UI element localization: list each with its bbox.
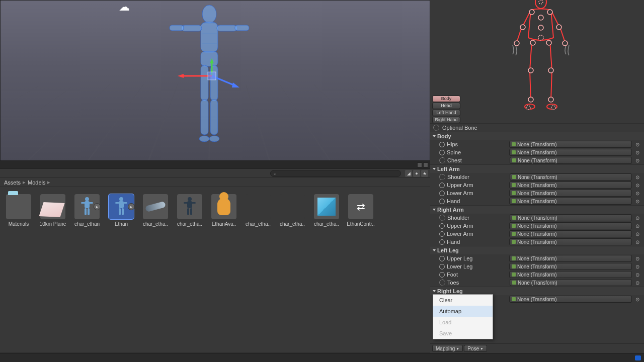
asset-label: char_etha.. bbox=[311, 221, 342, 227]
object-picker-button[interactable]: ⊙ bbox=[634, 271, 641, 278]
diagram-tab-right-hand[interactable]: Right Hand bbox=[432, 117, 460, 123]
transform-field[interactable]: None (Transform) bbox=[509, 263, 632, 270]
mapping-menu[interactable]: ClearAutomapLoadSave bbox=[433, 294, 493, 339]
transform-icon bbox=[512, 175, 516, 179]
svg-rect-21 bbox=[85, 201, 90, 208]
bone-group-header[interactable]: Left Arm bbox=[430, 164, 644, 173]
transform-field[interactable]: None (Transform) bbox=[509, 182, 632, 189]
strip-btn-b[interactable] bbox=[423, 162, 428, 167]
svg-point-48 bbox=[556, 25, 561, 30]
svg-rect-4 bbox=[170, 25, 184, 31]
svg-rect-23 bbox=[89, 202, 93, 204]
object-picker-button[interactable]: ⊙ bbox=[634, 214, 641, 221]
asset-item[interactable]: char_etha.. bbox=[246, 194, 271, 227]
asset-item[interactable]: ▸char_ethan bbox=[74, 194, 100, 227]
breadcrumb[interactable]: Assets ▸ Models ▸ bbox=[0, 178, 430, 187]
asset-item[interactable]: char_etha.. bbox=[314, 194, 339, 227]
asset-item[interactable]: Materials bbox=[6, 194, 31, 227]
crumb-folder[interactable]: Models bbox=[28, 179, 45, 186]
transform-field[interactable]: None (Transform) bbox=[509, 271, 632, 278]
transform-icon bbox=[512, 199, 516, 203]
bone-row: HipsNone (Transform)⊙ bbox=[430, 140, 644, 148]
humanoid-figure[interactable] bbox=[501, 0, 581, 118]
menu-item-clear[interactable]: Clear bbox=[433, 295, 493, 306]
mapping-dropdown[interactable]: Mapping▼ bbox=[432, 345, 463, 352]
strip-btn-a[interactable] bbox=[417, 162, 422, 167]
transform-field[interactable]: None (Transform) bbox=[509, 255, 632, 262]
asset-item[interactable]: ⇄EthanContr.. bbox=[348, 194, 373, 227]
object-picker-button[interactable]: ⊙ bbox=[634, 222, 641, 229]
asset-item[interactable]: ▸Ethan bbox=[109, 194, 134, 227]
transform-field[interactable]: None (Transform) bbox=[510, 173, 632, 180]
asset-label: Materials bbox=[4, 221, 34, 227]
transform-field[interactable]: None (Transform) bbox=[509, 190, 632, 197]
object-picker-button[interactable]: ⊙ bbox=[634, 157, 641, 164]
star-icon[interactable]: ★ bbox=[421, 170, 428, 177]
required-bone-icon bbox=[439, 142, 445, 147]
status-indicator bbox=[635, 355, 641, 360]
expand-badge[interactable]: ▸ bbox=[94, 203, 101, 210]
required-bone-icon bbox=[439, 239, 445, 245]
menu-item-automap[interactable]: Automap bbox=[433, 306, 493, 317]
menu-item-load: Load bbox=[433, 317, 493, 328]
transform-field[interactable]: None (Transform) bbox=[509, 230, 632, 237]
object-picker-button[interactable]: ⊙ bbox=[634, 296, 641, 303]
diagram-tab-head[interactable]: Head bbox=[432, 103, 460, 109]
pose-dropdown[interactable]: Pose▼ bbox=[464, 345, 487, 352]
object-picker-button[interactable]: ⊙ bbox=[634, 230, 641, 237]
svg-rect-29 bbox=[123, 202, 127, 204]
optional-bone-icon bbox=[439, 174, 445, 180]
project-toolbar: ⌕ ◢ ● ★ bbox=[0, 169, 430, 178]
asset-item[interactable]: 10km Plane bbox=[40, 194, 65, 227]
object-picker-button[interactable]: ⊙ bbox=[634, 141, 641, 148]
project-search[interactable]: ⌕ bbox=[270, 170, 401, 177]
asset-item[interactable]: char_etha.. bbox=[143, 194, 168, 227]
object-picker-button[interactable]: ⊙ bbox=[634, 238, 641, 245]
transform-field[interactable]: None (Transform) bbox=[509, 238, 632, 245]
bone-row: HandNone (Transform)⊙ bbox=[430, 197, 644, 205]
object-picker-button[interactable]: ⊙ bbox=[634, 182, 641, 189]
optional-bone-icon bbox=[433, 125, 439, 131]
object-picker-button[interactable]: ⊙ bbox=[634, 173, 641, 180]
object-picker-button[interactable]: ⊙ bbox=[634, 279, 641, 286]
bone-group-header[interactable]: Body bbox=[430, 132, 644, 140]
transform-field[interactable]: None (Transform) bbox=[509, 222, 632, 229]
transform-icon bbox=[512, 256, 516, 260]
svg-rect-34 bbox=[184, 202, 188, 204]
transform-field[interactable]: None (Transform) bbox=[510, 279, 632, 286]
transform-field[interactable]: None (Transform) bbox=[509, 296, 632, 303]
transform-gizmo[interactable] bbox=[177, 58, 247, 94]
asset-item[interactable]: char_etha.. bbox=[280, 194, 305, 227]
asset-item[interactable]: char_etha.. bbox=[177, 194, 202, 227]
svg-rect-30 bbox=[119, 208, 121, 215]
object-picker-button[interactable]: ⊙ bbox=[634, 198, 641, 205]
transform-icon bbox=[512, 281, 516, 285]
transform-icon bbox=[512, 297, 516, 301]
object-picker-button[interactable]: ⊙ bbox=[634, 263, 641, 270]
asset-item[interactable]: EthanAva.. bbox=[211, 194, 236, 227]
tag-icon[interactable]: ● bbox=[413, 170, 420, 177]
svg-rect-3 bbox=[217, 25, 237, 31]
diagram-tab-left-hand[interactable]: Left Hand bbox=[432, 110, 460, 116]
bone-group-header[interactable]: Left Leg bbox=[430, 246, 644, 254]
transform-icon bbox=[512, 142, 516, 146]
transform-field[interactable]: None (Transform) bbox=[509, 141, 632, 148]
bone-row: HandNone (Transform)⊙ bbox=[430, 238, 644, 246]
filter-icon[interactable]: ◢ bbox=[405, 170, 412, 177]
transform-field[interactable]: None (Transform) bbox=[509, 198, 632, 205]
bone-group-header[interactable]: Right Arm bbox=[430, 205, 644, 214]
svg-rect-22 bbox=[81, 202, 85, 204]
object-picker-button[interactable]: ⊙ bbox=[634, 255, 641, 262]
diagram-tab-body[interactable]: Body bbox=[432, 96, 460, 102]
status-bar bbox=[0, 353, 644, 362]
transform-field[interactable]: None (Transform) bbox=[510, 214, 632, 221]
asset-grid[interactable]: Materials10km Plane▸char_ethan▸Ethanchar… bbox=[0, 187, 430, 352]
chevron-down-icon bbox=[433, 290, 436, 292]
scene-viewport[interactable]: ☁ bbox=[0, 0, 430, 161]
crumb-root[interactable]: Assets bbox=[4, 179, 21, 186]
transform-field[interactable]: None (Transform) bbox=[510, 157, 632, 164]
transform-field[interactable]: None (Transform) bbox=[509, 149, 632, 156]
object-picker-button[interactable]: ⊙ bbox=[634, 190, 641, 197]
expand-badge[interactable]: ▸ bbox=[128, 203, 135, 210]
object-picker-button[interactable]: ⊙ bbox=[634, 149, 641, 156]
